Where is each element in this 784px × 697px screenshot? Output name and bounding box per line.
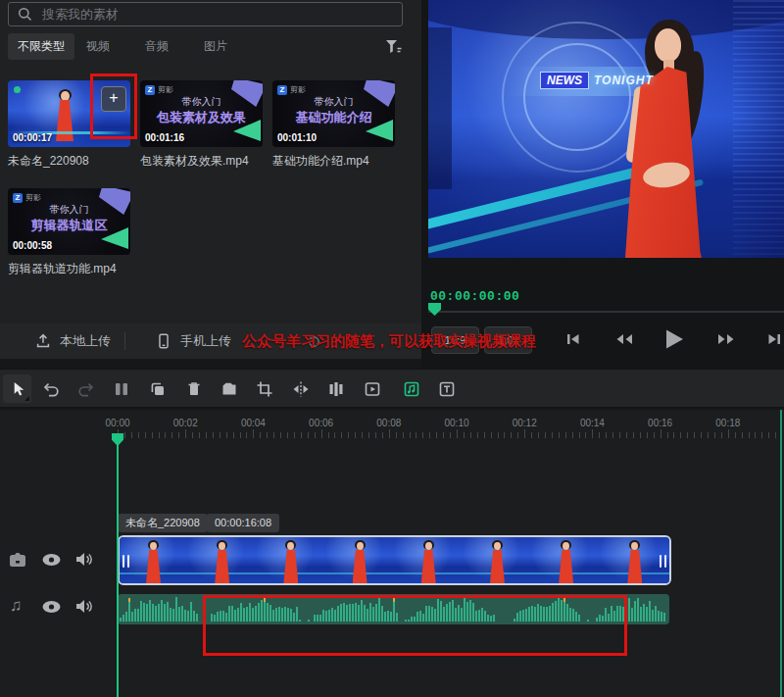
video-track-visibility-toggle[interactable] bbox=[41, 553, 62, 567]
preview-seekbar[interactable] bbox=[428, 311, 784, 313]
redo-button[interactable] bbox=[74, 377, 98, 401]
thumb-title-line2: 包装素材及效果 bbox=[140, 109, 263, 126]
thumb-title-line1: 带你入门 bbox=[8, 203, 130, 217]
music-note-icon: ♫ bbox=[10, 597, 23, 615]
app-logo: Z剪影 bbox=[145, 84, 173, 95]
clip-name-badge: 未命名_220908 bbox=[118, 514, 208, 532]
duration-badge: 00:00:58 bbox=[13, 240, 52, 251]
news-tonight-graphic: NEWS TONIGHT bbox=[540, 72, 654, 89]
ruler-label: 00:16 bbox=[641, 418, 680, 428]
media-item-name: 基础功能介绍.mp4 bbox=[272, 153, 369, 170]
clip-frame-thumbnail bbox=[188, 537, 257, 583]
clip-duration-badge: 00:00:16:08 bbox=[207, 514, 279, 532]
divider bbox=[124, 332, 125, 350]
add-to-timeline-button[interactable]: + bbox=[101, 86, 126, 112]
preview-video[interactable]: NEWS TONIGHT bbox=[428, 0, 784, 258]
crop-icon[interactable] bbox=[253, 377, 276, 401]
duration-badge: 00:01:10 bbox=[277, 132, 317, 143]
clip-frame-thumbnail bbox=[326, 537, 395, 583]
duration-badge: 00:00:17 bbox=[13, 132, 52, 143]
media-item-name: 剪辑器轨道功能.mp4 bbox=[8, 261, 117, 277]
app-logo: Z剪影 bbox=[13, 192, 41, 203]
folder-icon[interactable] bbox=[218, 377, 241, 401]
status-dot bbox=[14, 86, 21, 93]
ruler-label: 00:06 bbox=[302, 418, 341, 428]
undo-button[interactable] bbox=[39, 377, 63, 401]
tab-all-types[interactable]: 不限类型 bbox=[8, 33, 74, 60]
play-button[interactable] bbox=[662, 327, 686, 351]
video-clip[interactable] bbox=[118, 535, 671, 585]
media-item-name: 包装素材及效果.mp4 bbox=[140, 153, 249, 170]
extract-audio-icon[interactable] bbox=[400, 377, 423, 401]
export-frame-icon[interactable] bbox=[361, 377, 384, 401]
ruler-label: 00:04 bbox=[233, 418, 272, 428]
aspect-ratio-button[interactable]: 16:9 bbox=[431, 326, 479, 354]
audio-track-mute-toggle[interactable] bbox=[74, 598, 94, 615]
clip-frame-thumbnail bbox=[257, 537, 325, 583]
app-logo: Z剪影 bbox=[277, 84, 306, 95]
duplicate-icon[interactable] bbox=[146, 377, 170, 401]
fast-forward-icon[interactable] bbox=[716, 331, 736, 347]
timeline-toolbar bbox=[0, 369, 784, 408]
duration-badge: 00:01:16 bbox=[145, 132, 184, 143]
media-item-video[interactable]: Z剪影 带你入门 包装素材及效果 00:01:16 bbox=[140, 80, 263, 147]
audio-waveform bbox=[120, 596, 665, 622]
audio-clip[interactable] bbox=[118, 594, 669, 624]
ruler-label: 00:02 bbox=[166, 418, 205, 428]
ruler-label: 00:14 bbox=[572, 418, 612, 428]
ruler-label: 00:12 bbox=[505, 418, 544, 428]
camera-icon bbox=[8, 551, 27, 569]
clip-frame-thumbnail bbox=[395, 537, 464, 583]
ruler-label: 00:00 bbox=[98, 418, 137, 428]
timeline-end-marker bbox=[780, 410, 782, 697]
preview-timecode: 00:00:00:00 bbox=[430, 289, 519, 304]
video-editor-window: 不限类型 视频 音频 图片 00:00:17 + Z剪影 带你入门 包装素材及效… bbox=[0, 0, 784, 697]
ruler-label: 00:08 bbox=[369, 418, 409, 428]
ruler-label: 00:18 bbox=[709, 418, 748, 428]
audio-track-visibility-toggle[interactable] bbox=[41, 600, 62, 614]
media-item-video[interactable]: Z剪影 带你入门 基础功能介绍 00:01:10 bbox=[272, 80, 395, 147]
skip-to-end-button[interactable] bbox=[766, 331, 782, 347]
playback-speed-button[interactable]: 1.0x bbox=[484, 326, 532, 354]
clip-trim-handle-right[interactable] bbox=[660, 555, 666, 568]
clip-frame-thumbnail bbox=[532, 537, 601, 583]
upload-icon bbox=[34, 332, 52, 350]
tab-image[interactable]: 图片 bbox=[204, 38, 227, 55]
thumb-title-line2: 基础功能介绍 bbox=[272, 109, 395, 126]
delete-icon[interactable] bbox=[182, 377, 206, 401]
media-item-name: 未命名_220908 bbox=[8, 153, 89, 170]
split-tool-icon[interactable] bbox=[110, 377, 133, 401]
search-box[interactable] bbox=[8, 2, 403, 26]
ruler-label: 00:10 bbox=[437, 418, 476, 428]
thumb-title-line2: 剪辑器轨道区 bbox=[8, 217, 130, 234]
playhead-line bbox=[117, 439, 119, 697]
tab-audio[interactable]: 音频 bbox=[145, 38, 169, 55]
tab-video[interactable]: 视频 bbox=[86, 38, 110, 55]
thumb-title-line1: 带你入门 bbox=[272, 95, 395, 109]
phone-icon bbox=[155, 332, 172, 350]
phone-upload-button[interactable]: 手机上传 bbox=[155, 324, 231, 359]
rewind-icon[interactable] bbox=[614, 331, 634, 347]
library-footer: 本地上传 手机上传 bbox=[0, 324, 421, 359]
media-library-panel: 不限类型 视频 音频 图片 00:00:17 + Z剪影 带你入门 包装素材及效… bbox=[0, 0, 421, 359]
mirror-icon[interactable] bbox=[289, 377, 313, 401]
clip-frame-thumbnail bbox=[120, 537, 188, 583]
local-upload-button[interactable]: 本地上传 bbox=[34, 324, 111, 359]
video-track-mute-toggle[interactable] bbox=[74, 551, 94, 568]
filter-icon[interactable] bbox=[385, 39, 402, 54]
search-input[interactable] bbox=[40, 6, 393, 23]
media-item-video[interactable]: Z剪影 带你入门 剪辑器轨道区 00:00:58 bbox=[8, 188, 130, 255]
thumb-title-line1: 带你入门 bbox=[140, 95, 263, 109]
circular-arrow-icon bbox=[306, 333, 322, 350]
search-icon bbox=[18, 7, 32, 22]
skip-to-start-button[interactable] bbox=[565, 331, 581, 347]
clip-trim-handle-left[interactable] bbox=[122, 555, 129, 568]
freeze-frame-icon[interactable] bbox=[324, 377, 348, 401]
history-button[interactable] bbox=[306, 324, 322, 359]
text-tool-icon[interactable] bbox=[435, 377, 459, 401]
clip-frame-thumbnail bbox=[464, 537, 532, 583]
select-tool-button[interactable] bbox=[3, 374, 31, 403]
